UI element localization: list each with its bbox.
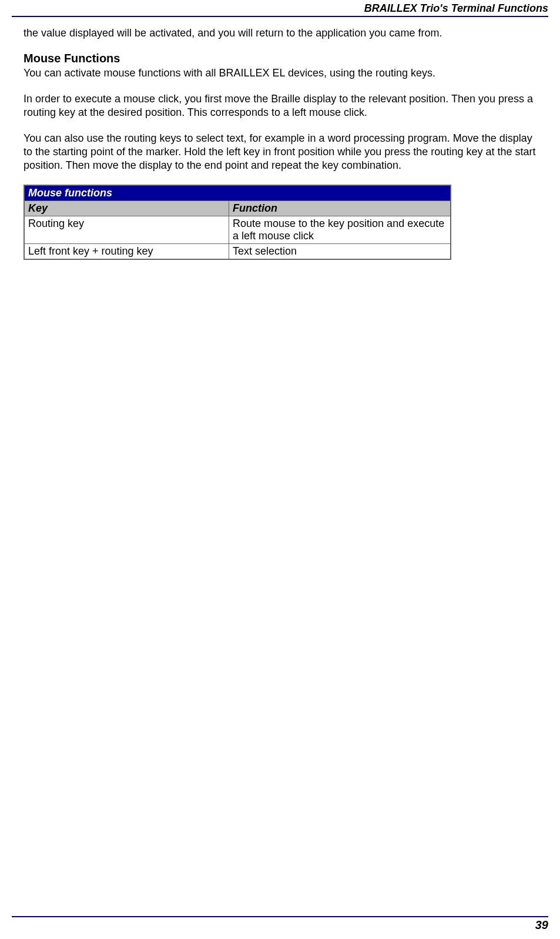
paragraph-3: You can also use the routing keys to sel… xyxy=(24,132,536,173)
footer-divider xyxy=(12,916,548,917)
page: BRAILLEX Trio's Terminal Functions the v… xyxy=(0,0,560,939)
table-cell-function: Route mouse to the key position and exec… xyxy=(229,216,451,243)
table-title-row: Mouse functions xyxy=(24,185,451,201)
content-area: the value displayed will be activated, a… xyxy=(0,17,560,260)
footer: 39 xyxy=(12,916,548,932)
paragraph-2: In order to execute a mouse click, you f… xyxy=(24,92,536,120)
table-row: Left front key + routing key Text select… xyxy=(24,243,451,259)
table-cell-key: Routing key xyxy=(24,216,229,243)
paragraph-intro: the value displayed will be activated, a… xyxy=(24,26,536,40)
table-row: Routing key Route mouse to the key posit… xyxy=(24,216,451,243)
running-header: BRAILLEX Trio's Terminal Functions xyxy=(0,0,560,16)
table-header-row: Key Function xyxy=(24,201,451,216)
table-header-key: Key xyxy=(24,201,229,216)
page-number: 39 xyxy=(12,918,548,932)
section-heading: Mouse Functions xyxy=(24,52,536,65)
table-title: Mouse functions xyxy=(24,185,451,201)
mouse-functions-table: Mouse functions Key Function Routing key… xyxy=(24,185,451,260)
table-header-function: Function xyxy=(229,201,451,216)
table-cell-key: Left front key + routing key xyxy=(24,243,229,259)
table-cell-function: Text selection xyxy=(229,243,451,259)
paragraph-1: You can activate mouse functions with al… xyxy=(24,66,536,80)
